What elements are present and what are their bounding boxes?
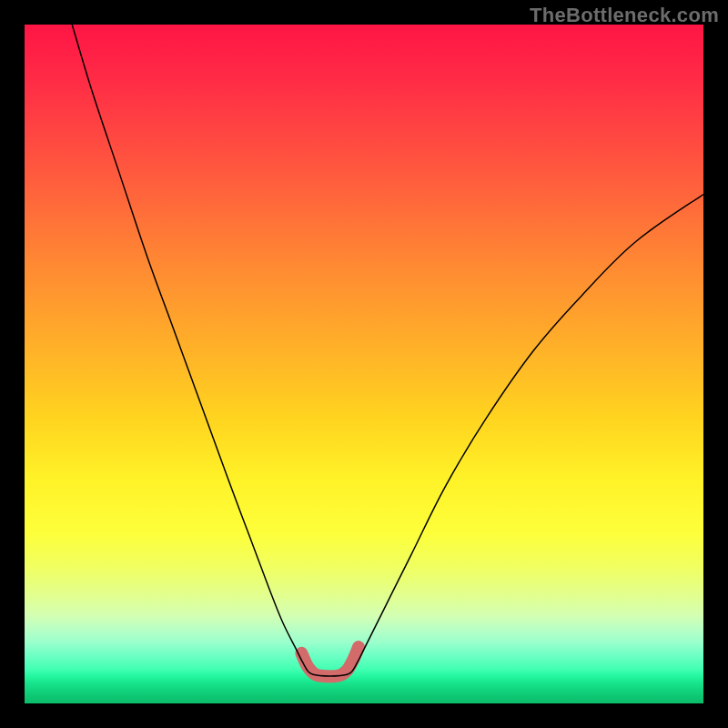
chart-frame: TheBottleneck.com <box>0 0 728 728</box>
watermark-text: TheBottleneck.com <box>530 4 719 27</box>
main-curve <box>72 25 703 676</box>
plot-area <box>25 25 703 703</box>
curve-layer <box>25 25 703 703</box>
marked-flat-region <box>301 647 359 676</box>
